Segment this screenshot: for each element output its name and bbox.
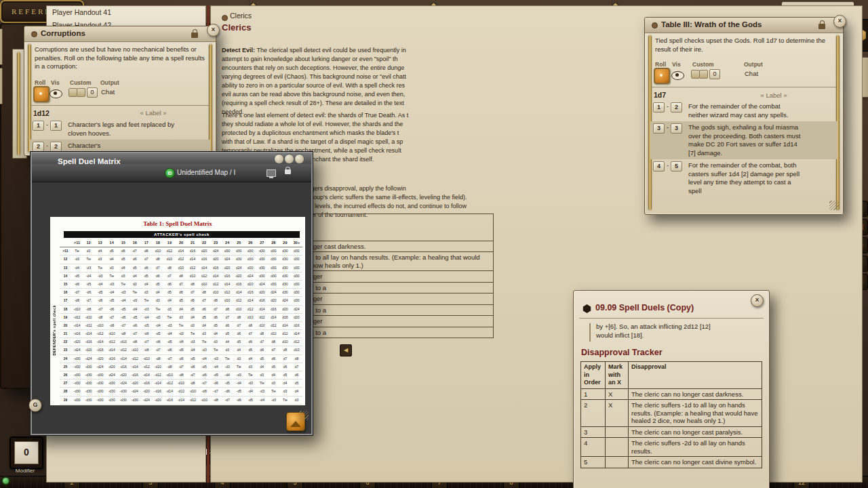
matrix-cell: d30: [245, 247, 256, 255]
range-from-box[interactable]: 2: [33, 142, 44, 152]
matrix-cell: d7: [233, 322, 245, 329]
custom-column-label: Custom: [70, 79, 92, 86]
window-dot-icon: [31, 31, 37, 37]
custom-die-count[interactable]: 0: [709, 69, 720, 79]
grid-toggle-button[interactable]: G: [28, 399, 42, 412]
spell-duels-copy-window: × 09.09 Spell Duels (Copy) by +[6]. So, …: [573, 290, 770, 488]
roll-table-row[interactable]: 1-1Character's legs and feet replaced by…: [30, 119, 210, 140]
matrix-cell: -d30: [94, 380, 106, 387]
custom-die-icon[interactable]: [699, 70, 708, 79]
lock-icon[interactable]: [191, 33, 198, 38]
range-from-box[interactable]: 1: [33, 121, 44, 131]
roll-die-button[interactable]: [33, 86, 50, 102]
matrix-cell: d3: [186, 322, 198, 329]
close-button[interactable]: ×: [833, 15, 846, 28]
matrix-cell: -d10: [163, 371, 175, 379]
matrix-cell: -d4: [163, 330, 175, 338]
shade-button[interactable]: [284, 154, 294, 164]
roll-table-row[interactable]: 3-3The gods sigh, exhaling a foul miasma…: [650, 121, 837, 159]
matrix-cell: d24: [210, 247, 222, 255]
roll-table-row[interactable]: 1-2For the remainder of the combat neith…: [650, 100, 837, 121]
custom-die-icon[interactable]: [77, 88, 85, 97]
matrix-cell: -d7: [71, 289, 83, 296]
matrix-cell: d10: [175, 264, 186, 272]
lock-icon[interactable]: [818, 24, 825, 29]
range-from-box[interactable]: 3: [653, 123, 665, 134]
matrix-cell: d12: [279, 330, 291, 338]
matrix-cell: -d16: [175, 405, 186, 405]
minimize-button[interactable]: [274, 154, 284, 164]
column-header: Mark with an X: [606, 362, 629, 389]
matrix-cell: -d5: [186, 355, 198, 363]
matrix-col-label: >11: [71, 239, 83, 247]
close-button[interactable]: ×: [751, 294, 764, 307]
link-dot-icon[interactable]: [222, 15, 228, 21]
range-to-box[interactable]: 2: [671, 102, 682, 113]
range-to-box[interactable]: 3: [671, 123, 682, 134]
matrix-cell: d14: [233, 289, 245, 296]
matrix-cell: d10: [245, 314, 256, 321]
tracker-row-mark[interactable]: [606, 438, 629, 457]
matrix-cell: -d10: [129, 346, 140, 354]
visibility-eye-icon[interactable]: [50, 89, 62, 98]
matrix-cell: d8: [245, 322, 256, 329]
matrix-cell: -d30: [71, 371, 83, 379]
matrix-image[interactable]: Table 1: Spell Duel Matrix ATTACKER's sp…: [50, 217, 305, 405]
range-from-box[interactable]: 1: [653, 102, 665, 113]
tracker-row-mark[interactable]: X: [606, 389, 629, 401]
matrix-cell: -d20: [140, 388, 152, 395]
image-window-title: Spell Duel Matrix: [58, 157, 121, 165]
close-button[interactable]: [294, 154, 304, 164]
matrix-cell: -d14: [186, 405, 198, 405]
tracker-row-mark[interactable]: [606, 427, 629, 439]
roll-die-button[interactable]: [654, 68, 670, 84]
nav-item[interactable]: Player Handout 41: [47, 6, 205, 19]
reference-tab-main[interactable]: Main: [0, 28, 3, 65]
unlock-icon[interactable]: [285, 169, 291, 174]
matrix-cell: d10: [233, 306, 245, 313]
eye-pupil: [54, 92, 57, 95]
tracker-row-mark[interactable]: [606, 457, 629, 468]
matrix-cell: -d5: [71, 272, 83, 280]
matrix-cell: -d30: [117, 396, 129, 404]
close-button[interactable]: ×: [207, 24, 220, 37]
matrix-cell: -d4: [233, 380, 245, 387]
range-to-box[interactable]: 1: [50, 121, 62, 131]
matrix-row: 18-d10-d8-d7-d6-d5-d4-d3Tied3d4d5d6d7d8d…: [60, 306, 302, 314]
corruptions-rows: 1-1Character's legs and feet replaced by…: [30, 119, 210, 154]
share-screen-icon[interactable]: [267, 169, 276, 177]
custom-die-count[interactable]: 0: [87, 87, 98, 98]
previous-page-button[interactable]: ◀: [340, 344, 352, 357]
matrix-cell: -d16: [129, 371, 140, 379]
range-from-box[interactable]: 4: [653, 161, 665, 171]
resize-grip[interactable]: [829, 201, 839, 210]
matrix-cell: d10: [152, 247, 163, 255]
matrix-cell: -d5: [94, 289, 106, 296]
reference-tab-notes[interactable]: Notes: [0, 68, 3, 104]
matrix-cell: -d7: [233, 405, 245, 405]
matrix-cell: -d5: [210, 371, 222, 379]
matrix-cell: -d4: [117, 297, 129, 304]
modifier-label: Modifier: [5, 468, 45, 474]
matrix-row: 14-d5-d4-d3Tied3d4d5d6d7d8d10d12d14d16d2…: [60, 272, 302, 281]
tracker-row-mark[interactable]: X: [606, 400, 629, 427]
matrix-cell: d5: [291, 380, 302, 387]
matrix-cell: -d5: [152, 330, 163, 338]
resize-grip[interactable]: [299, 411, 309, 420]
matrix-cell: d5: [163, 289, 175, 296]
matrix-cell: -d5: [140, 322, 152, 329]
roll-table-row[interactable]: 4-5For the remainder of the combat, both…: [650, 159, 837, 197]
visibility-eye-icon[interactable]: [671, 71, 684, 80]
modifier-box[interactable]: 0: [9, 436, 43, 469]
matrix-cell: -d30: [129, 405, 140, 405]
range-to-box[interactable]: 2: [50, 142, 62, 152]
matrix-cell: d8: [186, 281, 198, 288]
roll-result-text: Character's legs and feet replaced by cl…: [68, 121, 174, 138]
vis-column-label: Vis: [672, 61, 681, 68]
matrix-cell: Tie: [222, 355, 233, 363]
matrix-cell: d10: [210, 289, 222, 296]
story-die-icon: [583, 304, 591, 313]
range-to-box[interactable]: 5: [671, 161, 682, 171]
matrix-cell: d3: [222, 346, 233, 354]
matrix-cell: d7: [186, 289, 198, 296]
